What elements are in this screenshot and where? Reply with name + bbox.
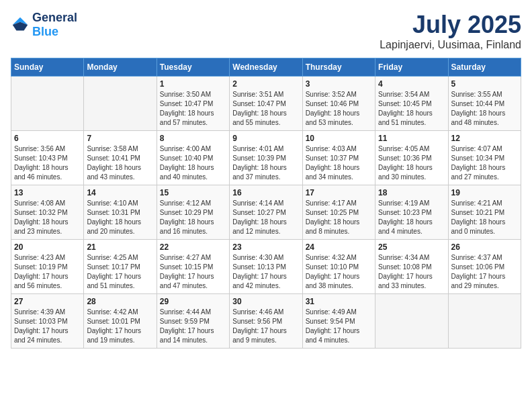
calendar-week-row: 1Sunrise: 3:50 AM Sunset: 10:47 PM Dayli…: [11, 77, 521, 131]
calendar-cell: 24Sunrise: 4:32 AM Sunset: 10:10 PM Dayl…: [302, 240, 375, 294]
day-info: Sunrise: 4:03 AM Sunset: 10:37 PM Daylig…: [306, 144, 372, 182]
day-info: Sunrise: 4:23 AM Sunset: 10:19 PM Daylig…: [14, 253, 81, 291]
day-info: Sunrise: 4:44 AM Sunset: 9:59 PM Dayligh…: [160, 308, 226, 345]
calendar-week-row: 13Sunrise: 4:08 AM Sunset: 10:32 PM Dayl…: [11, 185, 521, 240]
day-of-week-header: Sunday: [11, 58, 84, 77]
day-number: 24: [306, 242, 372, 252]
calendar-cell: 11Sunrise: 4:05 AM Sunset: 10:36 PM Dayl…: [375, 131, 448, 185]
calendar-cell: 3Sunrise: 3:52 AM Sunset: 10:46 PM Dayli…: [302, 77, 375, 131]
calendar-cell: 12Sunrise: 4:07 AM Sunset: 10:34 PM Dayl…: [448, 131, 521, 185]
day-of-week-header: Friday: [375, 58, 448, 77]
calendar-week-row: 20Sunrise: 4:23 AM Sunset: 10:19 PM Dayl…: [11, 240, 521, 294]
logo: General Blue: [11, 11, 77, 39]
day-info: Sunrise: 4:37 AM Sunset: 10:06 PM Daylig…: [451, 253, 518, 291]
day-number: 14: [87, 188, 153, 197]
calendar-cell: 5Sunrise: 3:55 AM Sunset: 10:44 PM Dayli…: [448, 77, 521, 131]
day-info: Sunrise: 3:51 AM Sunset: 10:47 PM Daylig…: [232, 90, 299, 128]
calendar-table: SundayMondayTuesdayWednesdayThursdayFrid…: [11, 58, 521, 349]
calendar-cell: 16Sunrise: 4:14 AM Sunset: 10:27 PM Dayl…: [230, 185, 302, 240]
calendar-cell: 23Sunrise: 4:30 AM Sunset: 10:13 PM Dayl…: [230, 240, 302, 294]
day-of-week-header: Tuesday: [157, 58, 229, 77]
day-number: 8: [160, 134, 226, 143]
day-info: Sunrise: 3:50 AM Sunset: 10:47 PM Daylig…: [160, 90, 226, 128]
day-info: Sunrise: 4:00 AM Sunset: 10:40 PM Daylig…: [160, 144, 226, 182]
calendar-cell: 7Sunrise: 3:58 AM Sunset: 10:41 PM Dayli…: [84, 131, 157, 185]
day-number: 9: [232, 134, 299, 143]
day-of-week-header: Thursday: [302, 58, 375, 77]
calendar-cell: 26Sunrise: 4:37 AM Sunset: 10:06 PM Dayl…: [448, 240, 521, 294]
calendar-cell: [448, 294, 521, 349]
day-number: 12: [451, 134, 518, 143]
calendar-cell: [375, 294, 448, 349]
day-info: Sunrise: 4:34 AM Sunset: 10:08 PM Daylig…: [378, 253, 445, 291]
calendar-week-row: 27Sunrise: 4:39 AM Sunset: 10:03 PM Dayl…: [11, 294, 521, 349]
day-number: 26: [451, 242, 518, 252]
calendar-week-row: 6Sunrise: 3:56 AM Sunset: 10:43 PM Dayli…: [11, 131, 521, 185]
day-number: 1: [160, 79, 226, 89]
day-number: 21: [87, 242, 153, 252]
day-info: Sunrise: 4:21 AM Sunset: 10:21 PM Daylig…: [451, 199, 518, 236]
day-info: Sunrise: 3:52 AM Sunset: 10:46 PM Daylig…: [306, 90, 372, 128]
calendar-cell: 6Sunrise: 3:56 AM Sunset: 10:43 PM Dayli…: [11, 131, 84, 185]
day-info: Sunrise: 4:39 AM Sunset: 10:03 PM Daylig…: [14, 308, 81, 345]
calendar-cell: 28Sunrise: 4:42 AM Sunset: 10:01 PM Dayl…: [84, 294, 157, 349]
calendar-cell: 1Sunrise: 3:50 AM Sunset: 10:47 PM Dayli…: [157, 77, 229, 131]
day-number: 27: [14, 297, 81, 306]
calendar-cell: 30Sunrise: 4:46 AM Sunset: 9:56 PM Dayli…: [230, 294, 302, 349]
day-number: 16: [232, 188, 299, 197]
calendar-cell: 29Sunrise: 4:44 AM Sunset: 9:59 PM Dayli…: [157, 294, 229, 349]
calendar-cell: 8Sunrise: 4:00 AM Sunset: 10:40 PM Dayli…: [157, 131, 229, 185]
day-info: Sunrise: 4:30 AM Sunset: 10:13 PM Daylig…: [232, 253, 299, 291]
calendar-cell: 27Sunrise: 4:39 AM Sunset: 10:03 PM Dayl…: [11, 294, 84, 349]
day-number: 7: [87, 134, 153, 143]
calendar-cell: 31Sunrise: 4:49 AM Sunset: 9:54 PM Dayli…: [302, 294, 375, 349]
logo-icon: [11, 15, 30, 34]
day-number: 28: [87, 297, 153, 306]
day-number: 25: [378, 242, 445, 252]
day-info: Sunrise: 4:42 AM Sunset: 10:01 PM Daylig…: [87, 308, 153, 345]
day-info: Sunrise: 4:07 AM Sunset: 10:34 PM Daylig…: [451, 144, 518, 182]
day-number: 3: [306, 79, 372, 89]
calendar-cell: 18Sunrise: 4:19 AM Sunset: 10:23 PM Dayl…: [375, 185, 448, 240]
day-number: 29: [160, 297, 226, 306]
day-of-week-header: Wednesday: [230, 58, 302, 77]
day-of-week-header: Saturday: [448, 58, 521, 77]
calendar-body: 1Sunrise: 3:50 AM Sunset: 10:47 PM Dayli…: [11, 77, 521, 349]
main-title: July 2025: [380, 11, 521, 39]
day-info: Sunrise: 4:27 AM Sunset: 10:15 PM Daylig…: [160, 253, 226, 291]
calendar-cell: 13Sunrise: 4:08 AM Sunset: 10:32 PM Dayl…: [11, 185, 84, 240]
calendar-cell: 4Sunrise: 3:54 AM Sunset: 10:45 PM Dayli…: [375, 77, 448, 131]
day-info: Sunrise: 4:01 AM Sunset: 10:39 PM Daylig…: [232, 144, 299, 182]
day-number: 15: [160, 188, 226, 197]
day-info: Sunrise: 4:14 AM Sunset: 10:27 PM Daylig…: [232, 199, 299, 236]
logo-general-text: General: [32, 11, 77, 24]
header-row: SundayMondayTuesdayWednesdayThursdayFrid…: [11, 58, 521, 77]
day-number: 2: [232, 79, 299, 89]
day-info: Sunrise: 4:17 AM Sunset: 10:25 PM Daylig…: [306, 199, 372, 236]
day-info: Sunrise: 4:49 AM Sunset: 9:54 PM Dayligh…: [306, 308, 372, 345]
day-number: 22: [160, 242, 226, 252]
day-info: Sunrise: 4:46 AM Sunset: 9:56 PM Dayligh…: [232, 308, 299, 345]
day-number: 4: [378, 79, 445, 89]
day-number: 5: [451, 79, 518, 89]
calendar-cell: [84, 77, 157, 131]
day-info: Sunrise: 4:10 AM Sunset: 10:31 PM Daylig…: [87, 199, 153, 236]
day-number: 23: [232, 242, 299, 252]
day-info: Sunrise: 4:08 AM Sunset: 10:32 PM Daylig…: [14, 199, 81, 236]
day-info: Sunrise: 3:55 AM Sunset: 10:44 PM Daylig…: [451, 90, 518, 128]
calendar-cell: 22Sunrise: 4:27 AM Sunset: 10:15 PM Dayl…: [157, 240, 229, 294]
day-info: Sunrise: 3:56 AM Sunset: 10:43 PM Daylig…: [14, 144, 81, 182]
calendar-cell: 2Sunrise: 3:51 AM Sunset: 10:47 PM Dayli…: [230, 77, 302, 131]
calendar-header: SundayMondayTuesdayWednesdayThursdayFrid…: [11, 58, 521, 77]
day-number: 17: [306, 188, 372, 197]
day-info: Sunrise: 4:32 AM Sunset: 10:10 PM Daylig…: [306, 253, 372, 291]
day-number: 13: [14, 188, 81, 197]
calendar-cell: 21Sunrise: 4:25 AM Sunset: 10:17 PM Dayl…: [84, 240, 157, 294]
subtitle: Lapinjaervi, Uusimaa, Finland: [380, 39, 521, 51]
day-number: 6: [14, 134, 81, 143]
calendar-cell: 20Sunrise: 4:23 AM Sunset: 10:19 PM Dayl…: [11, 240, 84, 294]
day-number: 31: [306, 297, 372, 306]
day-of-week-header: Monday: [84, 58, 157, 77]
calendar-cell: 17Sunrise: 4:17 AM Sunset: 10:25 PM Dayl…: [302, 185, 375, 240]
day-info: Sunrise: 4:12 AM Sunset: 10:29 PM Daylig…: [160, 199, 226, 236]
